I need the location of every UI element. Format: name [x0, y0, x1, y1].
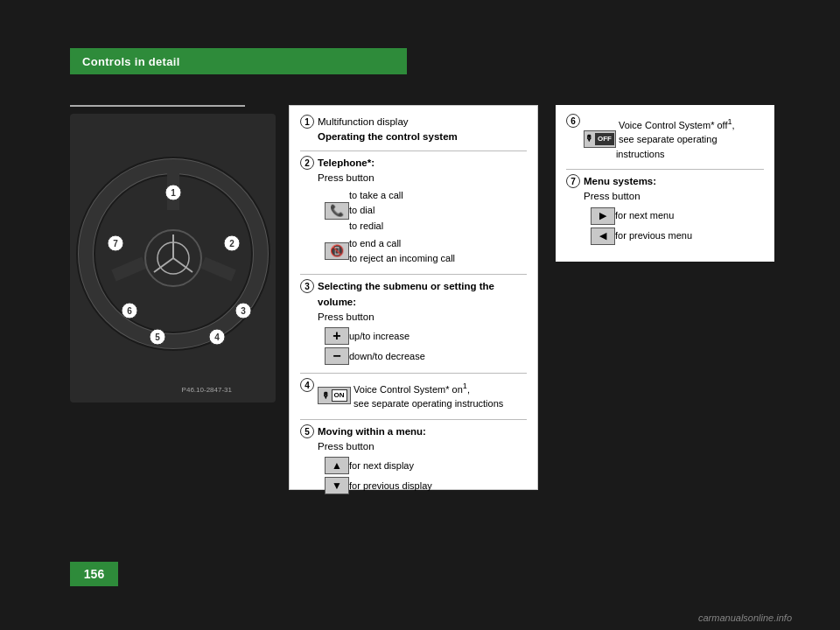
section-num-7: 7 [566, 174, 580, 188]
section-3: 3 Selecting the submenu or setting the v… [300, 279, 527, 368]
svg-text:4: 4 [214, 332, 220, 342]
section-5: 5 Moving within a menu: Press button ▲ f… [300, 424, 527, 498]
plus-icon: + [325, 327, 349, 345]
header-title: Controls in detail [82, 55, 180, 68]
section-num-6: 6 [566, 114, 580, 128]
next-menu-icon: ▶ [591, 207, 615, 225]
section3-icon-row-2: − down/to decrease [325, 347, 527, 365]
section-num-5: 5 [300, 424, 314, 438]
watermark-text: carmanualsonline.info [698, 612, 792, 623]
phone-down-icon: 📵 [325, 242, 349, 260]
section7-title: Menu systems: [584, 176, 656, 186]
section6-label: Voice Control System* off1, see separate… [616, 116, 764, 161]
section-6: 6 🎙 OFF Voice Control System* off1, see … [566, 114, 764, 164]
svg-text:5: 5 [155, 332, 160, 342]
watermark: carmanualsonline.info [698, 612, 792, 623]
instruction-box: 1 Multifunction display Operating the co… [289, 105, 538, 490]
section3-desc: Press button [318, 312, 374, 322]
phone-down-label1: to end a call [349, 238, 401, 248]
section1-title: Multifunction display [318, 116, 409, 127]
section5-title: Moving within a menu: [318, 426, 426, 437]
section-7: 7 Menu systems: Press button ▶ for next … [566, 174, 764, 248]
footnote-1: 1 [463, 382, 467, 390]
section2-title: Telephone*: [318, 158, 374, 168]
steering-wheel-area: 1 2 3 4 5 6 7 P46.10-2847-31 [70, 105, 276, 429]
prev-menu-label: for previous menu [615, 228, 692, 243]
prev-menu-icon: ◀ [591, 228, 615, 245]
section-1: 1 Multifunction display Operating the co… [300, 115, 527, 145]
svg-text:6: 6 [127, 306, 132, 316]
section5-icon-row-2: ▼ for previous display [325, 477, 527, 494]
section2-desc: Press button [318, 172, 374, 183]
section-4: 4 🎙 ON Voice Control System* on1, see se… [300, 378, 527, 414]
section-2: 2 Telephone*: Press button 📞 to take a c… [300, 156, 527, 270]
section5-desc: Press button [318, 441, 374, 452]
section7-icon-row-1: ▶ for next menu [591, 207, 764, 225]
nav-down-label: for previous display [349, 479, 432, 494]
off-badge: OFF [595, 133, 614, 145]
section3-icon-row-1: + up/to increase [325, 327, 527, 345]
section3-title: Selecting the submenu or setting the vol… [318, 281, 494, 306]
footnote-6: 1 [728, 117, 732, 126]
section4-label: Voice Control System* on1, see separate … [351, 381, 503, 411]
svg-text:P46.10-2847-31: P46.10-2847-31 [182, 386, 233, 394]
page-number-text: 156 [84, 567, 104, 581]
section-num-2: 2 [300, 156, 314, 170]
nav-down-icon: ▼ [325, 477, 349, 494]
section-num-3: 3 [300, 279, 314, 293]
phone-up-icon: 📞 [325, 202, 349, 220]
header-bar: Controls in detail [70, 48, 407, 74]
minus-label: down/to decrease [349, 349, 425, 364]
section1-subtitle: Operating the control system [318, 131, 458, 142]
section-num-1: 1 [300, 115, 314, 129]
section5-icon-row-1: ▲ for next display [325, 457, 527, 474]
svg-text:3: 3 [241, 306, 246, 316]
svg-text:7: 7 [113, 239, 118, 248]
on-badge: ON [332, 389, 347, 402]
nav-up-icon: ▲ [325, 457, 349, 474]
phone-up-label2: to dial [349, 205, 374, 215]
section2-icon-row-2: 📵 to end a call to reject an incoming ca… [325, 236, 527, 267]
plus-label: up/to increase [349, 329, 410, 344]
next-menu-label: for next menu [615, 208, 674, 223]
phone-down-label2: to reject an incoming call [349, 253, 455, 263]
voice-off-icon: 🎙 OFF [584, 130, 616, 148]
phone-up-label3: to redial [349, 220, 383, 231]
section6-icon-row: 🎙 OFF Voice Control System* off1, see se… [584, 116, 764, 161]
right-box: 6 🎙 OFF Voice Control System* off1, see … [556, 105, 774, 262]
svg-text:2: 2 [229, 239, 234, 248]
section7-icon-row-2: ◀ for previous menu [591, 228, 764, 245]
section7-desc: Press button [584, 191, 640, 201]
section4-icon-row: 🎙 ON Voice Control System* on1, see sepa… [318, 381, 527, 411]
nav-up-label: for next display [349, 458, 414, 473]
section-num-4: 4 [300, 378, 314, 392]
steering-wheel-image: 1 2 3 4 5 6 7 P46.10-2847-31 [70, 114, 276, 402]
minus-icon: − [325, 347, 349, 365]
page-number: 156 [70, 562, 118, 586]
voice-on-icon: 🎙 ON [318, 387, 351, 404]
section2-icon-row-1: 📞 to take a call to dial to redial [325, 188, 527, 234]
steering-wheel-rule [70, 105, 245, 107]
svg-text:1: 1 [171, 188, 176, 198]
phone-up-label1: to take a call [349, 190, 403, 200]
